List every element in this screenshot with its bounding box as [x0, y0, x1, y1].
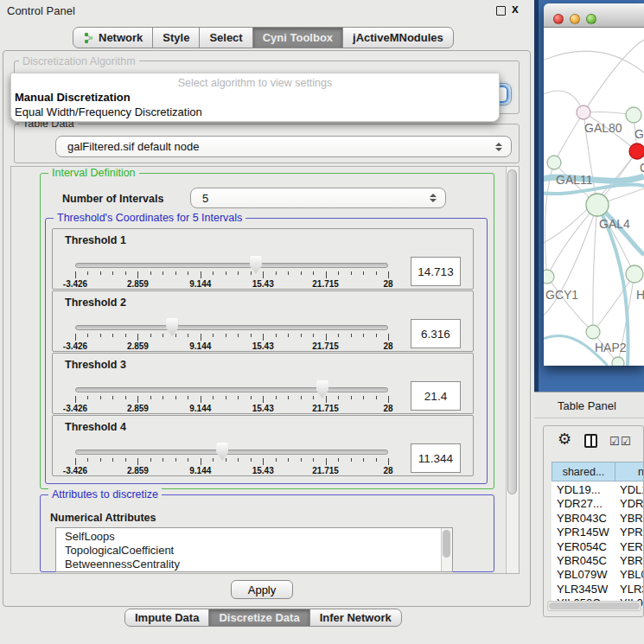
network-node[interactable] — [612, 357, 624, 366]
network-node-label: G — [634, 127, 644, 141]
slider-track[interactable] — [75, 325, 388, 330]
close-traffic-light-icon[interactable] — [553, 14, 564, 24]
tab-label: jActiveMNodules — [353, 31, 443, 44]
horizontal-scrollbar[interactable] — [547, 601, 641, 611]
cell-name[interactable]: YER0 — [620, 540, 644, 553]
spinner-arrows-icon[interactable] — [430, 194, 437, 202]
number-of-intervals-spinner[interactable]: 5 — [190, 188, 446, 208]
cell-name[interactable]: YBL0 — [620, 568, 644, 581]
table-row[interactable]: YBL079WYBL0 — [552, 568, 644, 583]
cell-shared-name[interactable]: YBR043C — [557, 512, 607, 525]
threshold-value-field[interactable]: 6.316 — [411, 319, 461, 348]
algorithm-dropdown-popup: Select algorithm to view settings Manual… — [10, 73, 500, 122]
list-scrollbar-thumb[interactable] — [443, 530, 450, 558]
threshold-label: Threshold 4 — [65, 421, 126, 433]
bottom-tab-bar: Impute DataDiscretize DataInfer Network — [124, 609, 402, 627]
close-icon[interactable]: x — [512, 2, 519, 16]
network-node-gal4[interactable] — [586, 194, 609, 216]
apply-button[interactable]: Apply — [231, 580, 293, 599]
cell-name[interactable]: YPR1 — [620, 526, 644, 539]
cell-name[interactable]: YLR3 — [620, 583, 644, 596]
horizontal-scrollbar-thumb[interactable] — [549, 603, 640, 609]
network-node-g[interactable] — [626, 107, 641, 123]
table-row[interactable]: YPR145WYPR1 — [552, 526, 644, 540]
table-row[interactable]: YBR043CYBR0 — [552, 512, 644, 526]
attribute-list-item[interactable]: SelfLoops — [56, 530, 452, 544]
table-row[interactable]: YLR345WYLR3 — [552, 583, 644, 597]
threshold-panel-4: Threshold 4-3.4262.8599.14415.4321.71528… — [52, 415, 474, 476]
gear-icon[interactable]: ⚙ — [558, 430, 571, 449]
table-row[interactable]: YBR045CYBR0 — [552, 554, 644, 569]
network-node-label: HAP2 — [595, 341, 627, 354]
table-row[interactable]: YER054CYER0 — [552, 540, 644, 555]
network-node-gal11[interactable] — [547, 156, 561, 169]
tab-infer-network[interactable]: Infer Network — [309, 609, 402, 627]
list-scrollbar[interactable] — [441, 528, 452, 571]
numerical-attributes-list[interactable]: SelfLoopsTopologicalCoefficientBetweenne… — [55, 527, 453, 572]
column-layout-icon[interactable] — [584, 434, 597, 448]
table-data-combo[interactable]: galFiltered.sif default node — [55, 136, 512, 157]
network-node-h[interactable] — [626, 265, 643, 283]
network-node-gal80[interactable] — [577, 105, 590, 119]
slider-track[interactable] — [75, 263, 388, 268]
network-node-c[interactable] — [629, 143, 644, 159]
table-data-combo-value: galFiltered.sif default node — [56, 140, 495, 153]
attribute-list-item[interactable]: TopologicalCoefficient — [56, 544, 452, 558]
tab-impute-data[interactable]: Impute Data — [124, 609, 209, 627]
slider-track[interactable] — [75, 450, 388, 455]
combo-spinner-icon[interactable] — [495, 143, 502, 151]
cell-name[interactable]: YDR2 — [620, 497, 644, 510]
table-header-name[interactable]: n — [615, 462, 644, 481]
slider-tick-labels: -3.4262.8599.14415.4321.71528 — [75, 466, 388, 476]
tab-discretize-data[interactable]: Discretize Data — [208, 609, 309, 627]
algorithm-option-manual[interactable]: Manual Discretization — [15, 91, 131, 104]
cell-shared-name[interactable]: YPR145W — [557, 526, 609, 539]
cell-shared-name[interactable]: YBL079W — [557, 568, 608, 581]
cell-name[interactable]: YBR0 — [620, 512, 644, 525]
table-panel-bar: Table Panel — [534, 392, 644, 418]
table-row[interactable]: YDR27...YDR2 — [552, 497, 644, 512]
tab-select[interactable]: Select — [199, 27, 252, 48]
threshold-value-field[interactable]: 11.344 — [411, 443, 461, 473]
tab-label: Select — [209, 31, 242, 44]
tab-jactivemnodules[interactable]: jActiveMNodules — [342, 27, 454, 48]
threshold-label: Threshold 3 — [65, 359, 126, 371]
network-view-window[interactable]: GAL80GCGAL11GAL4GCY1HHAP2 — [544, 3, 644, 366]
minimize-traffic-light-icon[interactable] — [570, 14, 580, 24]
slider-tick-labels: -3.4262.8599.14415.4321.71528 — [75, 341, 388, 352]
vertical-scrollbar-thumb[interactable] — [507, 169, 517, 494]
vertical-scrollbar[interactable] — [506, 167, 519, 573]
tab-cyni-toolbox[interactable]: Cyni Toolbox — [252, 27, 343, 48]
cell-shared-name[interactable]: YDR27... — [557, 497, 603, 510]
cell-shared-name[interactable]: YDL19... — [557, 483, 601, 496]
node-table[interactable]: shared... n YDL19...YDL1YDR27...YDR2YBR0… — [552, 462, 644, 602]
table-panel-title: Table Panel — [558, 399, 616, 412]
tab-network[interactable]: Network — [73, 27, 153, 48]
network-node-label: GCY1 — [545, 288, 578, 302]
float-window-icon[interactable] — [496, 6, 506, 16]
tab-style[interactable]: Style — [152, 27, 200, 48]
network-node-label: C — [640, 161, 644, 175]
threshold-label: Threshold 2 — [65, 296, 126, 309]
network-canvas[interactable]: GAL80GCGAL11GAL4GCY1HHAP2 — [544, 28, 644, 366]
threshold-value-field[interactable]: 14.713 — [411, 257, 461, 286]
cell-shared-name[interactable]: YBR045C — [557, 554, 607, 567]
cell-name[interactable]: YDL1 — [620, 483, 644, 496]
network-window-titlebar[interactable] — [544, 3, 644, 28]
select-none-checkbox-icon[interactable]: ☑ — [621, 435, 631, 448]
algorithm-option-equal-width[interactable]: Equal Width/Frequency Discretization — [15, 105, 202, 118]
slider-track[interactable] — [75, 387, 388, 392]
table-row[interactable]: YDL19...YDL1 — [552, 483, 644, 498]
cell-name[interactable]: YBR0 — [620, 554, 644, 567]
attribute-list-item[interactable]: BetweennessCentrality — [56, 558, 452, 571]
network-node-label: GAL80 — [584, 121, 622, 135]
cell-shared-name[interactable]: YLR345W — [557, 583, 608, 596]
threshold-panel-1: Threshold 1-3.4262.8599.14415.4321.71528… — [52, 228, 474, 290]
cell-shared-name[interactable]: YER054C — [557, 540, 607, 553]
select-all-checkbox-icon[interactable]: ☑ — [609, 435, 620, 448]
network-node-gcy1[interactable] — [544, 270, 554, 284]
network-node-hap2[interactable] — [586, 325, 600, 339]
threshold-value-field[interactable]: 21.4 — [411, 381, 461, 411]
table-header-shared-name[interactable]: shared... — [552, 462, 615, 481]
zoom-traffic-light-icon[interactable] — [586, 14, 596, 24]
